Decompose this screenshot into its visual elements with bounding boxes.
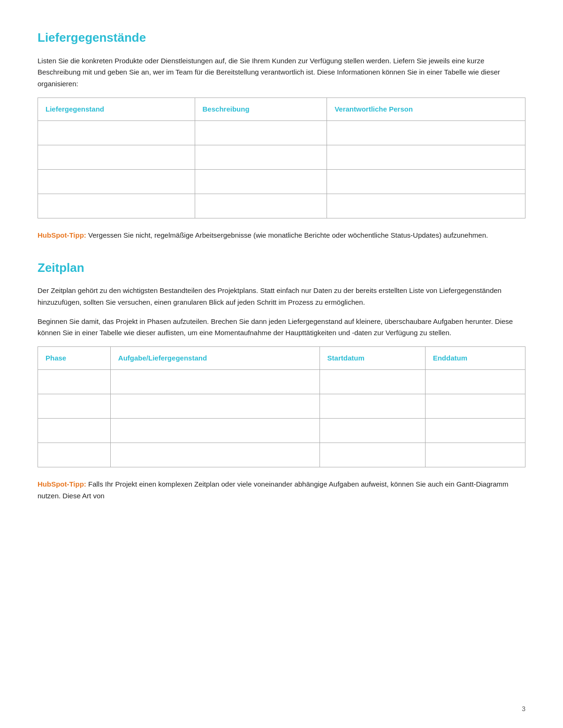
col-header-task: Aufgabe/Liefergegenstand [110,347,320,370]
section2: Zeitplan Der Zeitplan gehört zu den wich… [38,258,525,502]
table-header-row: Phase Aufgabe/Liefergegenstand Startdatu… [38,347,525,370]
cell [38,370,111,394]
col-header-enddate: Enddatum [425,347,525,370]
tip2-text: Falls Ihr Projekt einen komplexen Zeitpl… [38,480,509,500]
cell [110,394,320,419]
cell [38,443,111,467]
cell [327,145,525,169]
page-number: 3 [522,704,525,714]
cell [425,370,525,394]
section1-title: Liefergegenstände [38,28,525,48]
cell [38,169,195,194]
cell [425,443,525,467]
deliverables-table: Liefergegenstand Beschreibung Verantwort… [38,98,525,218]
tip1-label: HubSpot-Tipp: [38,231,86,239]
table-row [38,169,525,194]
cell [425,419,525,443]
table-row [38,419,525,443]
table-header-row: Liefergegenstand Beschreibung Verantwort… [38,98,525,120]
section2-desc2: Beginnen Sie damit, das Projekt in Phase… [38,316,525,339]
cell [195,194,327,218]
cell [38,120,195,145]
cell [38,194,195,218]
cell [327,169,525,194]
cell [38,394,111,419]
hubspot-tip-1: HubSpot-Tipp: Vergessen Sie nicht, regel… [38,230,525,241]
table-row [38,194,525,218]
cell [320,443,425,467]
cell [110,443,320,467]
tip2-label: HubSpot-Tipp: [38,480,86,488]
schedule-table: Phase Aufgabe/Liefergegenstand Startdatu… [38,346,525,467]
cell [195,145,327,169]
cell [320,394,425,419]
col-header-phase: Phase [38,347,111,370]
cell [320,370,425,394]
col-header-description: Beschreibung [195,98,327,120]
section1-description: Listen Sie die konkreten Produkte oder D… [38,55,525,90]
cell [320,419,425,443]
cell [425,394,525,419]
col-header-responsible: Verantwortliche Person [327,98,525,120]
cell [110,419,320,443]
tip1-text: Vergessen Sie nicht, regelmäßige Arbeits… [86,231,488,239]
table-row [38,394,525,419]
cell [327,194,525,218]
cell [38,145,195,169]
cell [195,169,327,194]
cell [110,370,320,394]
table-row [38,370,525,394]
section2-title: Zeitplan [38,258,525,278]
col-header-deliverable: Liefergegenstand [38,98,195,120]
col-header-startdate: Startdatum [320,347,425,370]
cell [38,419,111,443]
section2-desc1: Der Zeitplan gehört zu den wichtigsten B… [38,285,525,308]
cell [195,120,327,145]
page: Liefergegenstände Listen Sie die konkret… [0,0,563,728]
table-row [38,443,525,467]
hubspot-tip-2: HubSpot-Tipp: Falls Ihr Projekt einen ko… [38,479,525,502]
cell [327,120,525,145]
table-row [38,145,525,169]
table-row [38,120,525,145]
